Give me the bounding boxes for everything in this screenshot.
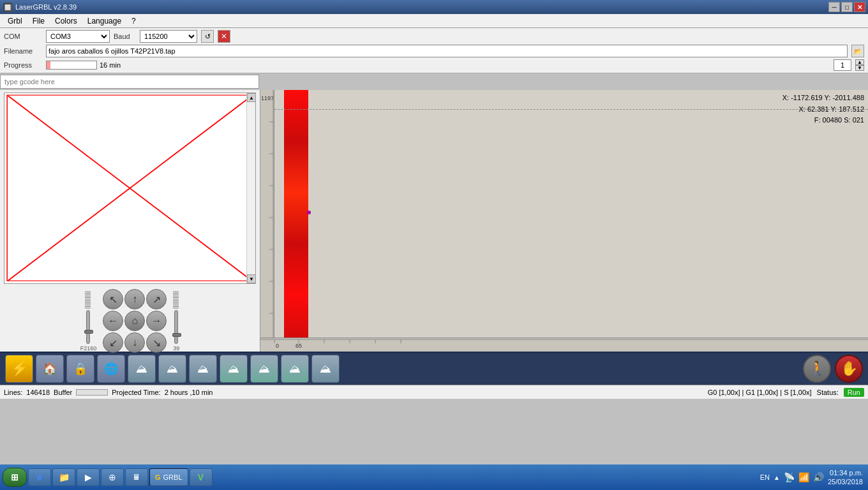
tray-up-icon[interactable]: ▲ bbox=[774, 474, 780, 481]
jog-upright-button[interactable]: ↗ bbox=[146, 289, 167, 309]
tool-btn-4[interactable]: ⛰ bbox=[220, 355, 248, 383]
com-label: COM bbox=[4, 33, 42, 40]
tool-btn-7[interactable]: ⛰ bbox=[311, 355, 340, 383]
feed-value: F2160 bbox=[80, 345, 97, 352]
home-view-button[interactable]: 🏠 bbox=[36, 355, 64, 383]
progress-num[interactable] bbox=[834, 59, 851, 71]
speed-value: 39 bbox=[173, 345, 179, 352]
buffer-track bbox=[76, 389, 108, 396]
menu-grbl[interactable]: Grbl bbox=[3, 15, 27, 27]
tray-network-icon: 📡 bbox=[784, 472, 795, 482]
jog-downleft-button[interactable]: ↙ bbox=[103, 332, 123, 353]
taskbar-ie[interactable]: e bbox=[28, 468, 51, 486]
explorer-icon: 📁 bbox=[59, 472, 70, 482]
tray-volume-icon[interactable]: 🔊 bbox=[813, 472, 824, 482]
maximize-button[interactable]: □ bbox=[841, 2, 853, 12]
filename-input[interactable] bbox=[46, 45, 848, 57]
taskbar: ⊞ e 📁 ▶ ⊕ 🖩 G GRBL V EN ▲ 📡 📶 🔊 01:34 p.… bbox=[0, 464, 868, 490]
speed-slider-ticks: |||||||||||| bbox=[173, 291, 179, 309]
titlebar-controls: ─ □ ✕ bbox=[828, 2, 865, 12]
projected-value: 2 hours ,10 min bbox=[165, 389, 213, 396]
scroll-down[interactable]: ▼ bbox=[247, 274, 256, 283]
ruler-left-svg bbox=[260, 90, 274, 352]
chrome-icon: ⊕ bbox=[108, 472, 116, 482]
baud-label: Baud bbox=[114, 33, 136, 40]
feed-slider-container: |||||||||||| F2160 bbox=[80, 291, 97, 352]
open-file-button[interactable]: 📂 bbox=[851, 45, 864, 57]
jog-left-button[interactable]: ← bbox=[103, 311, 123, 331]
menu-colors[interactable]: Colors bbox=[50, 15, 82, 27]
tool-btn-5[interactable]: ⛰ bbox=[250, 355, 278, 383]
gcode-input[interactable] bbox=[0, 75, 259, 89]
titlebar-left: 🔲 LaserGRBL v2.8.39 bbox=[3, 3, 77, 12]
menu-help[interactable]: ? bbox=[126, 15, 141, 27]
feed-slider-thumb[interactable] bbox=[84, 330, 93, 334]
refresh-button[interactable]: ↺ bbox=[201, 30, 214, 43]
walk-button[interactable]: 🚶 bbox=[803, 355, 831, 383]
progress-row: Progress 16 min ▲ ▼ bbox=[4, 59, 864, 71]
connect-button[interactable]: ✕ bbox=[218, 30, 230, 43]
menu-file[interactable]: File bbox=[27, 15, 50, 27]
calc-icon: 🖩 bbox=[133, 473, 140, 482]
buffer-label: Buffer bbox=[54, 389, 72, 396]
run-controls: 🚶 ✋ bbox=[803, 355, 863, 383]
grbl-label: GRBL bbox=[163, 473, 183, 481]
speed-slider-container: |||||||||||| 39 bbox=[173, 291, 179, 352]
feed-slider-track[interactable] bbox=[86, 310, 90, 344]
spin-up[interactable]: ▲ bbox=[855, 59, 864, 65]
preview-canvas bbox=[4, 93, 255, 283]
taskbar-tray: EN ▲ 📡 📶 🔊 01:34 p.m. 25/03/2018 bbox=[760, 468, 865, 487]
lightning-button[interactable]: ⚡ bbox=[5, 355, 33, 383]
jog-upleft-button[interactable]: ↖ bbox=[103, 289, 123, 309]
com-select[interactable]: COM3 bbox=[46, 30, 110, 43]
app-title: LaserGRBL v2.8.39 bbox=[15, 3, 77, 11]
ie-icon: e bbox=[37, 472, 42, 482]
spin-down[interactable]: ▼ bbox=[855, 65, 864, 71]
projected-label: Projected Time: bbox=[112, 389, 160, 396]
speed-slider-thumb[interactable] bbox=[172, 333, 181, 337]
taskbar-calc[interactable]: 🖩 bbox=[125, 468, 148, 486]
laser-path bbox=[284, 90, 308, 346]
cursor-marker bbox=[307, 211, 311, 214]
menu-language[interactable]: Language bbox=[82, 15, 126, 27]
jog-home-button[interactable]: ⌂ bbox=[124, 311, 145, 331]
tool-btn-1[interactable]: ⛰ bbox=[128, 355, 156, 383]
jog-grid: ↖ ↑ ↗ ← ⌂ → ↙ ↓ ↘ bbox=[103, 289, 167, 353]
jog-right-button[interactable]: → bbox=[146, 311, 167, 331]
status-value: Run bbox=[844, 388, 864, 397]
jog-down-button[interactable]: ↓ bbox=[124, 332, 145, 353]
globe-button[interactable]: 🌐 bbox=[97, 355, 125, 383]
jog-up-button[interactable]: ↑ bbox=[124, 289, 145, 309]
taskbar-media[interactable]: ▶ bbox=[77, 468, 100, 486]
clock-time: 01:34 p.m. bbox=[828, 468, 863, 477]
close-button[interactable]: ✕ bbox=[854, 2, 865, 12]
app-icon: 🔲 bbox=[3, 3, 13, 12]
minimize-button[interactable]: ─ bbox=[828, 2, 840, 12]
jog-controls: |||||||||||| F2160 ↖ ↑ ↗ ← ⌂ → ↙ ↓ ↘ bbox=[0, 285, 260, 357]
lock-button[interactable]: 🔒 bbox=[66, 355, 94, 383]
taskbar-explorer[interactable]: 📁 bbox=[52, 468, 75, 486]
statusbar: Lines: 146418 Buffer Projected Time: 2 h… bbox=[0, 385, 868, 399]
viz-panel: X: -1172.619 Y: -2011.488 X: 62.381 Y: 1… bbox=[260, 90, 868, 352]
lines-label: Lines: bbox=[4, 389, 22, 396]
stop-button[interactable]: ✋ bbox=[835, 355, 863, 383]
gcode-preview[interactable]: ▲ ▼ bbox=[4, 93, 256, 284]
start-button[interactable]: ⊞ bbox=[3, 468, 27, 487]
left-panel: ▲ ▼ |||||||||||| F2160 ↖ ↑ ↗ bbox=[0, 90, 260, 352]
baud-select[interactable]: 115200 bbox=[140, 30, 197, 43]
dashed-line bbox=[274, 109, 868, 110]
scroll-track bbox=[247, 102, 255, 274]
progress-spinner: ▲ ▼ bbox=[855, 59, 864, 71]
clock: 01:34 p.m. 25/03/2018 bbox=[828, 468, 863, 487]
tool-btn-6[interactable]: ⛰ bbox=[281, 355, 309, 383]
grbl-icon: G bbox=[155, 473, 161, 481]
feed-slider-ticks: |||||||||||| bbox=[85, 291, 91, 309]
taskbar-grbl[interactable]: G GRBL bbox=[149, 468, 188, 486]
tool-btn-2[interactable]: ⛰ bbox=[158, 355, 186, 383]
scroll-up[interactable]: ▲ bbox=[247, 93, 256, 102]
taskbar-chrome[interactable]: ⊕ bbox=[101, 468, 124, 486]
taskbar-corel[interactable]: V bbox=[190, 468, 213, 486]
speed-slider-track[interactable] bbox=[174, 310, 178, 344]
jog-downright-button[interactable]: ↘ bbox=[146, 332, 167, 353]
tool-btn-3[interactable]: ⛰ bbox=[189, 355, 217, 383]
